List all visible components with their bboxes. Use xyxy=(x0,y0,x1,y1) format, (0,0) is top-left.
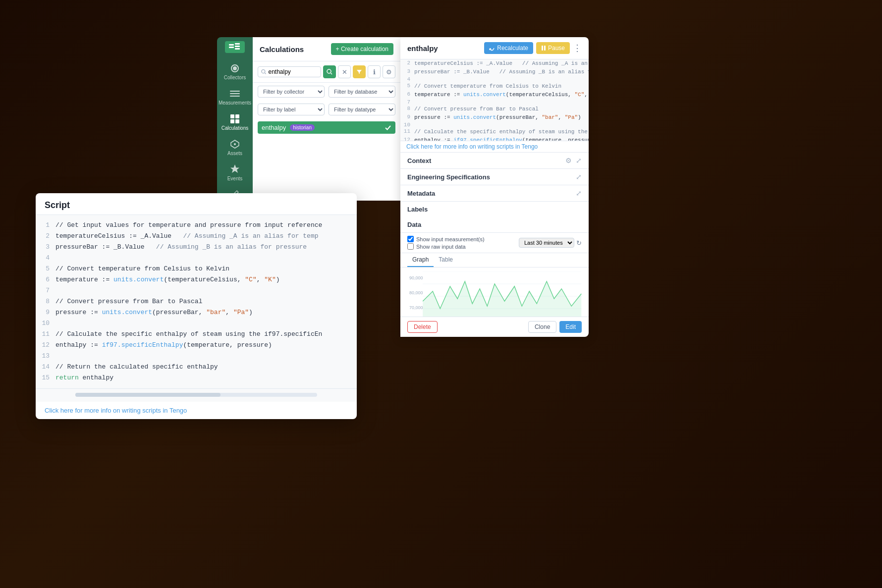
right-panel-header: enthalpy Recalculate Pause ⋮ xyxy=(400,37,589,59)
delete-button[interactable]: Delete xyxy=(407,321,438,333)
script-line: 3 pressureBar := _B.Value // Assuming _B… xyxy=(36,242,357,253)
code-line: 6 temperature := units.convert(temperatu… xyxy=(400,91,589,99)
svg-rect-3 xyxy=(235,46,240,47)
svg-rect-5 xyxy=(230,91,240,92)
calc-item-left: enthalpy historian xyxy=(262,124,315,131)
engineering-specs-section[interactable]: Engineering Specifications ⤢ xyxy=(400,169,589,185)
svg-rect-0 xyxy=(229,44,234,46)
chart-area: 90,000 80,000 70,000 60,000 xyxy=(400,267,589,317)
info-button[interactable]: ℹ xyxy=(368,65,381,78)
calc-item-badge: historian xyxy=(290,124,315,131)
context-section[interactable]: Context ⚙ ⤢ xyxy=(400,153,589,169)
recalculate-button[interactable]: Recalculate xyxy=(484,42,533,54)
script-panel-header: Script xyxy=(36,193,357,215)
script-line: 13 xyxy=(36,351,357,362)
filter-label-select[interactable]: Filter by label xyxy=(258,104,325,115)
edit-button[interactable]: Edit xyxy=(559,321,582,333)
refresh-button[interactable]: ↻ xyxy=(576,239,582,247)
data-section-header[interactable]: Data xyxy=(400,217,589,233)
context-expand-icon[interactable]: ⤢ xyxy=(576,157,582,164)
clone-button[interactable]: Clone xyxy=(528,321,556,333)
sidebar-item-calculations[interactable]: Calculations xyxy=(217,109,253,135)
search-button[interactable] xyxy=(323,65,336,78)
script-line: 11 // Calculate the specific enthalpy of… xyxy=(36,329,357,340)
svg-rect-6 xyxy=(230,93,240,94)
calc-panel-header: Calculations + Create calculation xyxy=(253,37,400,61)
filter-collector-select[interactable]: Filter by collector xyxy=(258,86,325,98)
context-label: Context xyxy=(407,157,431,164)
script-line: 14 // Return the calculated specific ent… xyxy=(36,362,357,373)
calc-list-item[interactable]: enthalpy historian xyxy=(258,121,395,134)
action-bar: Delete Clone Edit xyxy=(400,317,589,337)
svg-rect-1 xyxy=(229,47,234,48)
data-section: Data Show input measurement(s) Show raw … xyxy=(400,217,589,317)
metadata-section[interactable]: Metadata ⤢ xyxy=(400,185,589,202)
checkbox-options: Show input measurement(s) Show raw input… xyxy=(407,236,485,250)
calculations-icon xyxy=(229,113,240,124)
svg-rect-7 xyxy=(230,96,240,97)
metadata-expand-icon[interactable]: ⤢ xyxy=(576,189,582,197)
app-logo[interactable] xyxy=(225,41,245,53)
calc-panel-title: Calculations xyxy=(260,45,304,53)
search-input-wrap xyxy=(258,66,321,77)
tab-graph[interactable]: Graph xyxy=(407,253,434,267)
calc-item-check-icon xyxy=(385,124,391,131)
context-settings-icon[interactable]: ⚙ xyxy=(565,157,572,164)
show-raw-checkbox[interactable]: Show raw input data xyxy=(407,243,485,250)
chart-svg xyxy=(420,271,584,317)
sidebar-item-assets[interactable]: Assets xyxy=(217,135,253,160)
filter-datatype-select[interactable]: Filter by datatype xyxy=(329,104,395,115)
script-scrollbar-area xyxy=(36,388,357,402)
script-line: 10 xyxy=(36,318,357,329)
svg-rect-17 xyxy=(542,46,543,51)
sidebar: Collectors Measurements Calculations xyxy=(217,37,253,201)
script-line: 9 pressure := units.convert(pressureBar,… xyxy=(36,307,357,318)
filter-row-2: Filter by label Filter by datatype xyxy=(253,101,400,118)
calc-item-name: enthalpy xyxy=(262,124,286,131)
engineering-specs-label: Engineering Specifications xyxy=(407,173,490,181)
recalculate-icon xyxy=(489,45,495,51)
code-line: 3 pressureBar := _B.Value // Assuming _B… xyxy=(400,68,589,76)
right-panel-code: 2 temperatureCelsius := _A.Value // Assu… xyxy=(400,59,589,141)
data-label: Data xyxy=(407,221,421,228)
script-tengo-link[interactable]: Click here for more info on writing scri… xyxy=(36,402,357,419)
time-range-select[interactable]: Last 30 minutes ↻ xyxy=(519,238,582,248)
code-line: 10 xyxy=(400,121,589,128)
right-panel-title: enthalpy xyxy=(407,44,438,53)
filter-button[interactable] xyxy=(353,65,366,78)
engineering-expand-icon[interactable]: ⤢ xyxy=(576,173,582,181)
calc-list: enthalpy historian xyxy=(253,118,400,137)
svg-point-13 xyxy=(262,70,265,73)
labels-section[interactable]: Labels xyxy=(400,202,589,217)
sidebar-item-collectors[interactable]: Collectors xyxy=(217,59,253,84)
more-options-button[interactable]: ⋮ xyxy=(573,43,582,53)
script-line: 5 // Convert temperature from Celsius to… xyxy=(36,264,357,274)
script-code-area[interactable]: 1 // Get input values for temperature an… xyxy=(36,215,357,388)
filter-row-1: Filter by collector Filter by database xyxy=(253,83,400,101)
pause-button[interactable]: Pause xyxy=(536,42,570,54)
search-input[interactable] xyxy=(268,68,318,75)
svg-rect-11 xyxy=(235,119,239,123)
create-calculation-button[interactable]: + Create calculation xyxy=(331,43,393,55)
show-input-checkbox[interactable]: Show input measurement(s) xyxy=(407,236,485,242)
filter-database-select[interactable]: Filter by database xyxy=(329,86,395,98)
svg-point-15 xyxy=(327,69,331,73)
clear-search-button[interactable]: ✕ xyxy=(338,65,351,78)
script-scrollbar[interactable] xyxy=(75,393,317,397)
search-row: ✕ ℹ ⚙ xyxy=(253,61,400,83)
svg-marker-24 xyxy=(423,281,581,317)
y-axis-labels: 90,000 80,000 70,000 60,000 xyxy=(409,275,423,317)
tab-table[interactable]: Table xyxy=(434,253,458,267)
labels-label: Labels xyxy=(407,206,428,213)
settings-button[interactable]: ⚙ xyxy=(383,65,395,78)
sidebar-item-events[interactable]: Events xyxy=(217,160,253,185)
pause-icon xyxy=(541,45,546,51)
assets-icon xyxy=(229,139,240,150)
data-options: Show input measurement(s) Show raw input… xyxy=(400,233,589,253)
search-icon xyxy=(261,69,266,75)
script-panel-title: Script xyxy=(45,200,70,210)
right-panel-tengo-link[interactable]: Click here for more info on writing scri… xyxy=(400,141,589,153)
sidebar-item-measurements[interactable]: Measurements xyxy=(217,84,253,109)
svg-rect-10 xyxy=(230,119,234,123)
script-panel: Script 1 // Get input values for tempera… xyxy=(36,193,357,419)
